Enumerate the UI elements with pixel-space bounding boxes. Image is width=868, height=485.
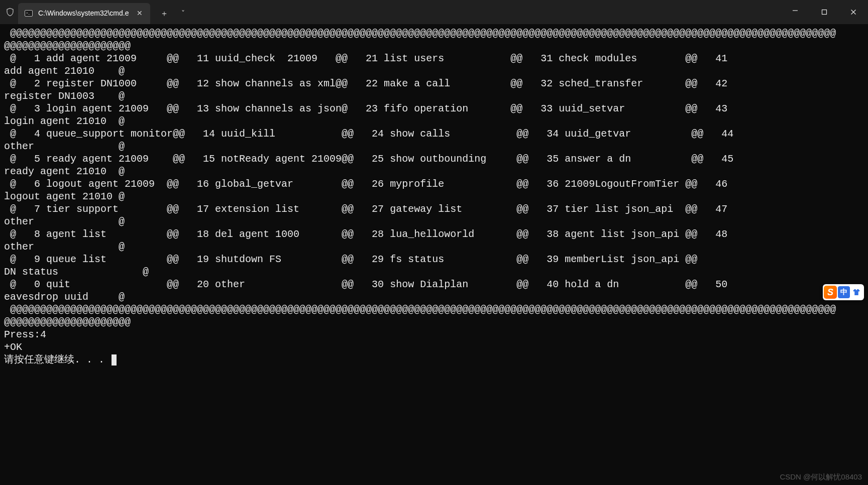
ime-language-badge[interactable]: 中 [838, 286, 850, 298]
tab-close-button[interactable]: ✕ [134, 8, 145, 19]
window-controls [781, 0, 868, 24]
tab-actions: ＋ ˅ [152, 0, 192, 24]
new-tab-button[interactable]: ＋ [155, 6, 173, 22]
ime-widget[interactable]: S 中 [823, 284, 864, 300]
minimize-icon [792, 8, 798, 17]
tab-dropdown-button[interactable]: ˅ [174, 6, 192, 22]
titlebar: >_ C:\Windows\system32\cmd.e ✕ ＋ ˅ [0, 0, 868, 24]
plus-icon: ＋ [160, 9, 168, 19]
maximize-icon [821, 6, 827, 19]
titlebar-drag-region[interactable] [192, 0, 781, 24]
ime-skin-icon[interactable] [851, 287, 862, 298]
shield-icon [5, 7, 15, 17]
ime-logo-icon: S [824, 286, 837, 299]
close-button[interactable] [839, 0, 868, 24]
tab-cmd[interactable]: >_ C:\Windows\system32\cmd.e ✕ [18, 3, 150, 24]
svg-rect-3 [822, 10, 827, 14]
cursor [112, 354, 117, 366]
close-icon [850, 6, 856, 19]
ok-line: +OK [4, 341, 22, 353]
terminal-output[interactable]: @@@@@@@@@@@@@@@@@@@@@@@@@@@@@@@@@@@@@@@@… [0, 24, 868, 485]
minimize-button[interactable] [781, 0, 810, 24]
svg-text:>_: >_ [26, 11, 30, 15]
press-line: Press:4 [4, 329, 46, 340]
border-line: @@@@@@@@@@@@@@@@@@@@@@@@@@@@@@@@@@@@@@@@… [4, 28, 836, 39]
continue-line: 请按任意键继续. . . [4, 354, 111, 366]
watermark: CSDN @何以解忧08403 [780, 472, 862, 482]
titlebar-left: >_ C:\Windows\system32\cmd.e ✕ [0, 0, 152, 24]
border-line: @@@@@@@@@@@@@@@@@@@@@ [4, 316, 131, 328]
menu-rows: @ 1 add agent 21009 @@ 11 uuid_check 210… [4, 53, 733, 303]
maximize-button[interactable] [810, 0, 839, 24]
cmd-icon: >_ [24, 9, 33, 18]
tab-title: C:\Windows\system32\cmd.e [38, 9, 129, 18]
border-line: @@@@@@@@@@@@@@@@@@@@@ [4, 40, 131, 52]
border-line: @@@@@@@@@@@@@@@@@@@@@@@@@@@@@@@@@@@@@@@@… [4, 304, 836, 315]
chevron-down-icon: ˅ [181, 10, 185, 19]
